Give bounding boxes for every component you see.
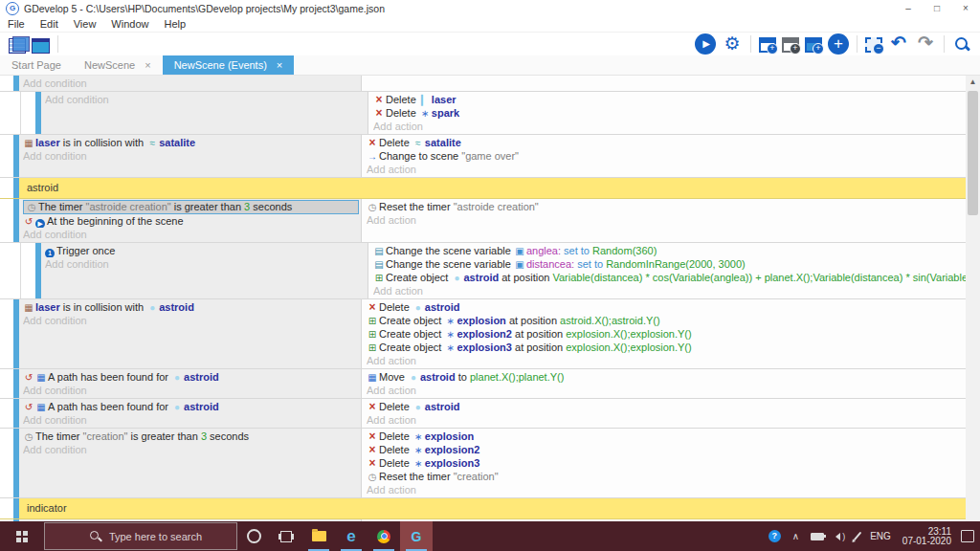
- action-line[interactable]: ▤Change the scene variable ▣distancea: s…: [373, 257, 966, 271]
- remove-event-button[interactable]: [865, 37, 882, 53]
- add-action-placeholder[interactable]: Add action: [367, 354, 966, 367]
- tab-start-page[interactable]: Start Page: [0, 55, 73, 75]
- action-line[interactable]: ⊞Create object ●astroid at position Vari…: [373, 271, 966, 284]
- add-action-placeholder[interactable]: Add action: [367, 483, 966, 496]
- actions-cell[interactable]: ×Delete ▎laser×Delete ∗sparkAdd action: [368, 92, 966, 134]
- taskbar-edge-button[interactable]: e: [335, 521, 368, 551]
- action-line[interactable]: ⊞Create object ∗explosion at position as…: [367, 314, 966, 327]
- tray-battery-button[interactable]: [805, 521, 830, 551]
- vertical-scrollbar[interactable]: ▲: [966, 76, 980, 521]
- comment-event[interactable]: astroid: [0, 178, 966, 199]
- tray-clock[interactable]: 23:1107-01-2020: [897, 521, 955, 551]
- condition-line[interactable]: ↺▦A path has been found for ●astroid: [23, 370, 361, 384]
- action-line[interactable]: ×Delete ≈satalite: [367, 136, 966, 149]
- maximize-button[interactable]: □: [923, 0, 951, 17]
- condition-line[interactable]: ◷The timer "creation" is greater than 3 …: [23, 430, 361, 443]
- tab-newscene[interactable]: NewScene×: [73, 55, 163, 75]
- actions-cell[interactable]: ×Delete ≈satalite→Change to scene "game …: [361, 135, 966, 177]
- taskbar-explorer-button[interactable]: [302, 521, 335, 551]
- conditions-cell[interactable]: ↺▦A path has been found for ●astroidAdd …: [19, 399, 361, 428]
- project-manager-button[interactable]: [9, 38, 26, 54]
- menu-item-view[interactable]: View: [66, 17, 104, 32]
- conditions-cell[interactable]: Add condition: [19, 76, 361, 91]
- action-line[interactable]: ⊞Create object ∗explosion2 at position e…: [367, 327, 966, 341]
- tab-close-icon[interactable]: ×: [277, 59, 282, 71]
- play-button[interactable]: [695, 33, 716, 55]
- add-comment-button[interactable]: [805, 37, 822, 53]
- tray-language-indicator[interactable]: ENG: [864, 521, 897, 551]
- event-row[interactable]: ↺▦A path has been found for ●astroidAdd …: [0, 369, 966, 399]
- event-row[interactable]: 1Trigger onceAdd condition▤Change the sc…: [0, 243, 966, 299]
- action-line[interactable]: ◷Reset the timer "creation": [367, 470, 966, 483]
- conditions-cell[interactable]: 1Trigger onceAdd condition: [41, 243, 368, 298]
- tray-help-button[interactable]: ?: [763, 521, 787, 551]
- action-line[interactable]: ⊞Create object ∗explosion3 at position e…: [367, 341, 966, 354]
- add-condition-placeholder[interactable]: Add condition: [23, 413, 361, 427]
- taskbar-chrome-button[interactable]: [368, 521, 400, 551]
- add-condition-placeholder[interactable]: Add condition: [23, 314, 361, 327]
- add-condition-placeholder[interactable]: Add condition: [45, 257, 368, 271]
- add-subevent-button[interactable]: [782, 37, 799, 53]
- tray-chevron-up-icon[interactable]: ∧: [787, 521, 805, 551]
- taskbar-task-view-button[interactable]: [270, 521, 302, 551]
- event-row[interactable]: ↺▦A path has been found for ●astroidAdd …: [0, 399, 966, 429]
- tab-newscene-events-[interactable]: NewScene (Events)×: [163, 55, 295, 75]
- add-action-placeholder[interactable]: Add action: [373, 120, 966, 133]
- condition-line[interactable]: 1Trigger once: [45, 244, 368, 257]
- action-line[interactable]: ×Delete ●astroid: [367, 400, 966, 413]
- add-condition-placeholder[interactable]: Add condition: [23, 77, 361, 90]
- event-row[interactable]: ▦laser is in collision with ●astroidAdd …: [0, 299, 966, 369]
- event-row[interactable]: ▦laser is in collision with ≈sataliteAdd…: [0, 135, 966, 178]
- minimize-button[interactable]: –: [894, 0, 923, 17]
- taskbar-search-box[interactable]: Type here to search: [44, 522, 237, 550]
- event-row[interactable]: ◷The timer "creation" is greater than 3 …: [0, 429, 966, 498]
- actions-cell[interactable]: ▤Change the scene variable ▣anglea: set …: [368, 243, 966, 298]
- action-line[interactable]: →Change to scene "game over": [367, 149, 966, 163]
- tab-close-icon[interactable]: ×: [145, 59, 150, 71]
- action-line[interactable]: ×Delete ∗spark: [373, 106, 966, 120]
- action-line[interactable]: ▤Change the scene variable ▣anglea: set …: [373, 244, 966, 257]
- scroll-up-arrow[interactable]: ▲: [966, 76, 980, 89]
- add-condition-placeholder[interactable]: Add condition: [23, 228, 361, 241]
- condition-line[interactable]: ↺▦A path has been found for ●astroid: [23, 400, 361, 413]
- debug-button[interactable]: [722, 33, 743, 55]
- conditions-cell[interactable]: ↺▦A path has been found for ●astroidAdd …: [19, 369, 361, 398]
- close-button[interactable]: ×: [951, 0, 980, 17]
- action-line[interactable]: ×Delete ∗explosion: [367, 430, 966, 443]
- add-new-button[interactable]: [828, 33, 849, 55]
- actions-cell[interactable]: ×Delete ●astroidAdd action: [361, 399, 966, 428]
- add-action-placeholder[interactable]: Add action: [367, 213, 966, 227]
- add-action-placeholder[interactable]: Add action: [367, 384, 966, 397]
- menu-item-file[interactable]: File: [0, 17, 33, 32]
- actions-cell[interactable]: ×Delete ●astroid⊞Create object ∗explosio…: [361, 299, 966, 368]
- add-action-placeholder[interactable]: Add action: [367, 163, 966, 176]
- action-line[interactable]: ×Delete ▎laser: [373, 93, 966, 106]
- taskbar-cortana-button[interactable]: [237, 521, 270, 551]
- event-row[interactable]: Add condition×Delete ▎laser×Delete ∗spar…: [0, 92, 966, 135]
- action-line[interactable]: ×Delete ●astroid: [367, 300, 966, 314]
- taskbar-gdevelop-button[interactable]: G: [400, 521, 433, 551]
- actions-cell[interactable]: [361, 76, 966, 91]
- event-row[interactable]: ◷The timer "astroide creation" is greate…: [0, 199, 966, 243]
- action-line[interactable]: ×Delete ∗explosion3: [367, 456, 966, 470]
- add-condition-placeholder[interactable]: Add condition: [23, 384, 361, 397]
- event-row[interactable]: Add condition: [0, 76, 966, 92]
- conditions-cell[interactable]: Add condition: [41, 92, 368, 134]
- condition-line[interactable]: ◷The timer "astroide creation" is greate…: [23, 200, 359, 214]
- add-condition-placeholder[interactable]: Add condition: [45, 93, 368, 106]
- scene-editor-button[interactable]: [32, 38, 50, 54]
- taskbar-start-button[interactable]: [0, 521, 44, 551]
- comment-event[interactable]: indicator: [0, 498, 966, 519]
- undo-button[interactable]: [888, 33, 909, 55]
- menu-item-window[interactable]: Window: [103, 17, 156, 32]
- conditions-cell[interactable]: ◷The timer "creation" is greater than 3 …: [19, 429, 361, 497]
- actions-cell[interactable]: ▦Move ●astroid to planet.X();planet.Y()A…: [361, 369, 966, 398]
- add-action-placeholder[interactable]: Add action: [373, 284, 966, 298]
- actions-cell[interactable]: ◷Reset the timer "astroide creation"Add …: [361, 199, 966, 242]
- add-event-button[interactable]: [759, 37, 776, 53]
- condition-line[interactable]: ▦laser is in collision with ●astroid: [23, 300, 361, 314]
- conditions-cell[interactable]: ▦laser is in collision with ●astroidAdd …: [19, 299, 361, 368]
- actions-cell[interactable]: ×Delete ∗explosion×Delete ∗explosion2×De…: [361, 429, 966, 497]
- menu-item-help[interactable]: Help: [156, 17, 193, 32]
- add-condition-placeholder[interactable]: Add condition: [23, 149, 361, 163]
